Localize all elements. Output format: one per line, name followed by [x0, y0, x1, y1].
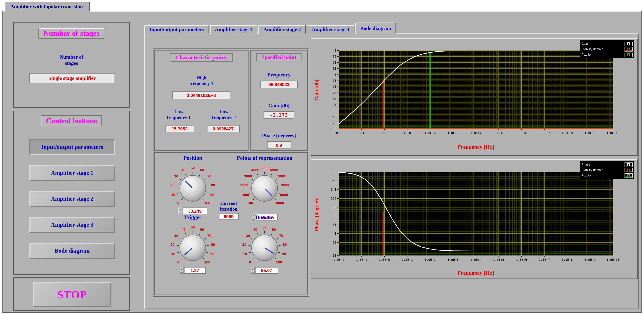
- number-of-stages-value[interactable]: Single stage amplifier: [30, 73, 115, 83]
- tab-amplifier-stage-2[interactable]: Amplifier stage 2: [258, 25, 306, 34]
- svg-text:40: 40: [182, 168, 186, 172]
- frequency-value[interactable]: 98.848023: [260, 81, 298, 88]
- trigger-value[interactable]: 1.87: [184, 267, 206, 274]
- legend-item-pozition[interactable]: Pozition: [582, 52, 633, 57]
- knob-panel: Position 0102030405060708090100 ▴▾ 33.24…: [154, 152, 308, 295]
- phase-chart: Phase [degrees] 18016014012010080604020-…: [311, 159, 638, 279]
- characteristic-points-title: Characteristic points: [170, 53, 232, 62]
- svg-text:-110: -110: [329, 115, 336, 119]
- phase-degrees-label: Phase [degrees]: [250, 133, 307, 139]
- application-window: Amplifier with bipolar transistors Numbe…: [0, 0, 644, 314]
- svg-text:-40: -40: [331, 73, 336, 76]
- domain-value-control: ▴▾ 95.07: [237, 267, 292, 274]
- svg-text:1.0E+5: 1.0E+5: [493, 131, 504, 135]
- domain-value[interactable]: 95.07: [255, 267, 278, 274]
- spinner-down-icon[interactable]: ▾: [178, 211, 182, 214]
- svg-text:3000: 3000: [244, 174, 252, 178]
- phase-degrees-value[interactable]: 0.9: [267, 141, 291, 149]
- tab-bode-diagram[interactable]: Bode diagram: [355, 22, 396, 34]
- button-amplifier-stage-1[interactable]: Amplifier stage 1: [30, 165, 115, 181]
- svg-text:120: 120: [331, 197, 336, 200]
- button-bode-diagram[interactable]: Bode diagram: [30, 243, 115, 259]
- legend-item-pozition[interactable]: Pozition: [582, 173, 633, 178]
- button-amplifier-stage-2[interactable]: Amplifier stage 2: [30, 191, 115, 207]
- svg-text:90: 90: [210, 252, 214, 256]
- frequency-label: Frequency: [250, 72, 307, 78]
- legend-line-icon: [624, 47, 633, 51]
- svg-text:-130: -130: [329, 127, 336, 131]
- position-value[interactable]: 33.249: [182, 207, 207, 214]
- legend-item-phase[interactable]: Phase: [582, 162, 633, 167]
- svg-text:30: 30: [246, 234, 250, 238]
- svg-text:-100: -100: [329, 109, 336, 113]
- svg-text:160: 160: [331, 179, 336, 183]
- low-frequency1-value[interactable]: 15.7052: [165, 125, 194, 133]
- domain-knob-label: Domain: [237, 214, 292, 220]
- domain-knob[interactable]: 0102030405060708090100: [237, 220, 292, 274]
- tab-input-output-parameters[interactable]: Input/output parameters: [144, 25, 209, 34]
- svg-text:1.0E+8: 1.0E+8: [562, 258, 573, 261]
- svg-text:1.0E+8: 1.0E+8: [562, 131, 573, 135]
- legend-line-icon: [624, 41, 633, 46]
- domain-spinner[interactable]: ▴▾: [251, 267, 255, 274]
- control-buttons-group: Control buttons Input/output parametersA…: [13, 111, 130, 275]
- gain-chart-ylabel: Gain [db]: [314, 80, 320, 101]
- svg-text:90: 90: [282, 252, 286, 256]
- svg-text:-60: -60: [331, 85, 336, 88]
- spinner-up-icon[interactable]: ▴: [251, 267, 255, 270]
- svg-text:1.0E+4: 1.0E+4: [470, 258, 481, 261]
- svg-text:70: 70: [207, 174, 211, 178]
- svg-text:1000: 1000: [241, 193, 249, 197]
- specified-point-title: Specified point: [256, 53, 302, 61]
- position-knob-label: Position: [166, 155, 220, 161]
- svg-text:1.0: 1.0: [382, 131, 387, 135]
- spinner-down-icon[interactable]: ▾: [251, 270, 255, 274]
- svg-text:30: 30: [174, 234, 178, 238]
- svg-text:0.1: 0.1: [359, 131, 364, 135]
- spinner-down-icon[interactable]: ▾: [180, 270, 184, 274]
- svg-text:1.0E+7: 1.0E+7: [539, 131, 550, 135]
- window-tab[interactable]: Amplifier with bipolar transistors: [5, 2, 90, 11]
- gain-chart: Gain [db] 0-10-20-30-40-50-60-70-80-90-1…: [311, 38, 638, 156]
- legend-item-stability-domain[interactable]: Stability domain: [582, 167, 633, 172]
- svg-text:8000: 8000: [281, 183, 289, 187]
- control-buttons-title: Control buttons: [41, 115, 102, 126]
- svg-text:1.0E+2: 1.0E+2: [424, 258, 436, 261]
- high-frequency-value[interactable]: 3.0449102E+8: [172, 91, 230, 99]
- svg-text:-10: -10: [331, 55, 336, 58]
- gain-chart-legend[interactable]: GainStability domainPozition: [580, 40, 634, 58]
- trigger-spinner[interactable]: ▴▾: [180, 267, 184, 274]
- svg-text:80: 80: [211, 183, 215, 187]
- gain-db-value[interactable]: -3.273: [264, 111, 294, 119]
- bode-diagram-tab-panel: Characteristic points High frequency 1 3…: [144, 33, 638, 309]
- tab-amplifier-stage-3[interactable]: Amplifier stage 3: [306, 25, 354, 34]
- svg-text:100: 100: [204, 260, 210, 264]
- button-input-output-parameters[interactable]: Input/output parameters: [30, 139, 115, 155]
- stop-button[interactable]: STOP: [33, 282, 112, 307]
- svg-text:140: 140: [331, 188, 336, 191]
- phase-chart-legend[interactable]: PhaseStability domainPozition: [580, 161, 634, 179]
- svg-text:0: 0: [177, 201, 179, 205]
- svg-text:100: 100: [331, 205, 336, 209]
- number-of-stages-title: Number of stages: [38, 28, 104, 39]
- position-spinner[interactable]: ▴▾: [178, 207, 182, 214]
- tab-amplifier-stage-1[interactable]: Amplifier stage 1: [210, 25, 258, 34]
- svg-text:60: 60: [332, 223, 336, 226]
- svg-text:20: 20: [332, 241, 336, 244]
- legend-line-icon: [624, 162, 633, 167]
- svg-text:40: 40: [332, 232, 336, 235]
- current-iteration-label: Current iteration: [212, 201, 246, 212]
- svg-text:10: 10: [171, 252, 175, 256]
- trigger-value-control: ▴▾ 1.87: [166, 267, 220, 274]
- legend-label: Pozition: [582, 53, 592, 56]
- button-amplifier-stage-3[interactable]: Amplifier stage 3: [30, 217, 115, 233]
- svg-text:1.0E+5: 1.0E+5: [493, 258, 504, 261]
- legend-item-stability-domain[interactable]: Stability domain: [582, 47, 633, 51]
- trigger-knob[interactable]: 0102030405060708090100: [166, 220, 220, 274]
- low-frequency2-value[interactable]: 0.0928427: [207, 125, 240, 133]
- svg-text:10000: 10000: [274, 201, 284, 205]
- legend-item-gain[interactable]: Gain: [582, 41, 633, 46]
- svg-text:30: 30: [174, 174, 178, 178]
- spinner-up-icon[interactable]: ▴: [178, 207, 182, 211]
- spinner-up-icon[interactable]: ▴: [180, 267, 184, 270]
